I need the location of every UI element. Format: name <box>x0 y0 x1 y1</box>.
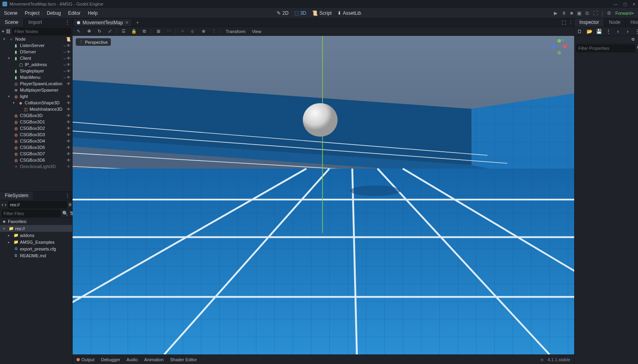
add-scene-icon[interactable]: + <box>133 20 142 25</box>
mode-3d-button[interactable]: ⬚ 3D <box>294 10 306 16</box>
scene-dock-options-icon[interactable]: ⋮ <box>47 18 72 27</box>
filesystem-tree[interactable]: ★ Favorites: ▾📁res://▸📁addons▸📁AMSG_Exam… <box>0 218 72 364</box>
bottom-tab-output[interactable]: Output <box>77 357 95 362</box>
add-node-button[interactable]: + <box>2 28 4 35</box>
fs-options-icon[interactable]: ⋮ <box>63 192 72 200</box>
fs-row[interactable]: ▸📁AMSG_Examples <box>0 239 72 245</box>
rs-icon[interactable]: ⏦ <box>63 63 66 67</box>
tree-row[interactable]: ◍CSGBox3D7👁 <box>0 151 72 157</box>
eye-icon[interactable]: 👁 <box>67 75 71 80</box>
open-resource-icon[interactable]: 📂 <box>586 28 593 35</box>
eye-icon[interactable]: 👁 <box>67 101 71 105</box>
perspective-badge[interactable]: ⋮ Perspective <box>76 38 111 46</box>
fs-view-button[interactable]: ≡ <box>69 201 71 208</box>
movie-icon[interactable]: ⧉ <box>585 10 589 16</box>
bottom-tab-debugger[interactable]: Debugger <box>101 357 120 362</box>
transform-menu[interactable]: Transform <box>224 28 247 35</box>
tree-row[interactable]: ▾◍light👁 <box>0 93 72 100</box>
lock-icon[interactable]: 🔒 <box>130 28 138 35</box>
tree-row[interactable]: ◍CSGBox3D5👁 <box>0 144 72 151</box>
toggle-icon[interactable]: ▾ <box>3 37 7 41</box>
tree-row[interactable]: ◍CSGBox3D2👁 <box>0 125 72 131</box>
env-icon[interactable]: ◐ <box>189 28 197 35</box>
history-forward-icon[interactable]: › <box>624 28 631 35</box>
menu-help[interactable]: Help <box>88 10 98 16</box>
rs-icon[interactable]: ⏦ <box>63 69 66 73</box>
fs-row[interactable]: 🗎README.md <box>0 252 72 259</box>
toggle-icon[interactable]: ▾ <box>3 227 7 231</box>
eye-icon[interactable]: 👁 <box>67 139 71 143</box>
list-select-icon[interactable]: ☰ <box>120 28 127 35</box>
mode-script-button[interactable]: 📜 Script <box>312 10 332 16</box>
make-unique-icon[interactable]: ⧉ <box>629 36 636 43</box>
eye-icon[interactable]: 👁 <box>67 43 71 48</box>
tree-row[interactable]: ☀DirectionalLight3D👁 <box>0 163 72 170</box>
filter-properties-input[interactable] <box>576 45 635 52</box>
mode-2d-button[interactable]: ✎ 2D <box>277 10 288 16</box>
eye-icon[interactable]: 👁 <box>67 82 71 86</box>
rotate-mode-icon[interactable]: ↻ <box>96 28 103 35</box>
bottom-tab-audio[interactable]: Audio <box>126 357 138 362</box>
tree-row[interactable]: ◫MeshInstance3D👁 <box>0 106 72 112</box>
toggle-icon[interactable]: ▸ <box>8 233 12 237</box>
toggle-icon[interactable]: ▾ <box>8 56 12 60</box>
eye-icon[interactable]: 👁 <box>67 56 71 61</box>
inspector-options-icon[interactable]: ⋮ <box>605 28 612 35</box>
rs-icon[interactable]: ⏦ <box>63 43 66 48</box>
stop-icon[interactable]: ■ <box>570 10 573 16</box>
tree-row[interactable]: ◍CSGBox3D6👁 <box>0 157 72 163</box>
new-resource-icon[interactable]: 🗋 <box>576 28 583 35</box>
tree-row[interactable]: ▮ListenServer⏦👁 <box>0 42 72 49</box>
scene-tree[interactable]: ▾○Node📜▮ListenServer⏦👁▮DServer⏦👁▾▮Client… <box>0 36 72 191</box>
eye-icon[interactable]: 👁 <box>67 120 71 124</box>
play-remote-icon[interactable]: ▣ <box>577 10 581 16</box>
tree-row[interactable]: ▾▮Client⏦👁 <box>0 55 72 61</box>
tree-row[interactable]: ◍CSGBox3D4👁 <box>0 138 72 144</box>
rs-icon[interactable]: ⏦ <box>63 50 66 54</box>
fs-forward-button[interactable]: › <box>5 201 6 208</box>
close-tab-icon[interactable]: ✕ <box>125 20 128 25</box>
tree-row[interactable]: ▾◆CollisionShape3D👁 <box>0 100 72 106</box>
scene-tab-movementtestmap[interactable]: MovementTestMap ✕ <box>73 19 132 27</box>
eye-icon[interactable]: 👁 <box>67 158 71 162</box>
select-mode-icon[interactable]: ↖ <box>75 28 82 35</box>
minimize-button[interactable]: — <box>614 2 618 6</box>
eye-icon[interactable]: 👁 <box>67 152 71 156</box>
rs-icon[interactable]: ⏦ <box>63 56 66 61</box>
tab-scene[interactable]: Scene <box>0 18 24 27</box>
eye-icon[interactable]: 👁 <box>67 63 71 67</box>
eye-icon[interactable]: 👁 <box>67 126 71 131</box>
move-mode-icon[interactable]: ✥ <box>85 28 93 35</box>
fs-row[interactable]: ▸📁addons <box>0 232 72 239</box>
fs-back-button[interactable]: ‹ <box>2 201 3 208</box>
fs-row[interactable]: ▾📁res:// <box>0 225 72 232</box>
eye-icon[interactable]: 👁 <box>67 145 71 150</box>
env-options-icon[interactable]: ⋮ <box>210 28 217 35</box>
toggle-icon[interactable]: ▸ <box>8 240 12 244</box>
toggle-icon[interactable]: ▾ <box>13 101 17 105</box>
view-menu[interactable]: View <box>250 28 263 35</box>
tree-row[interactable]: ▮Singleplayer⏦👁 <box>0 68 72 74</box>
tree-row[interactable]: ◍CSGBox3D3👁 <box>0 131 72 138</box>
filter-files-input[interactable] <box>2 210 61 217</box>
bottom-tab-shader-editor[interactable]: Shader Editor <box>170 357 197 362</box>
fs-path-input[interactable] <box>8 201 67 208</box>
tree-row[interactable]: ◎PlayerSpawnLocation👁 <box>0 80 72 87</box>
group-icon[interactable]: ⧉ <box>141 28 148 35</box>
sc-icon[interactable]: 📜 <box>66 37 71 41</box>
eye-icon[interactable]: 👁 <box>67 94 71 99</box>
snap-icon[interactable]: ⊞ <box>155 28 162 35</box>
menu-debug[interactable]: Debug <box>47 10 61 16</box>
menu-editor[interactable]: Editor <box>68 10 81 16</box>
eye-icon[interactable]: 👁 <box>67 107 71 112</box>
save-resource-icon[interactable]: 💾 <box>595 28 603 35</box>
render-mode-icon[interactable]: ⚙ <box>607 10 611 16</box>
axis-gizmo[interactable]: y x z <box>551 39 567 55</box>
tree-row[interactable]: ◍CSGBox3D1👁 <box>0 119 72 125</box>
render-mode-label[interactable]: Forward+ <box>615 11 634 16</box>
rs-icon[interactable]: ⏦ <box>63 75 66 80</box>
toggle-icon[interactable]: ▾ <box>8 94 12 98</box>
maximize-button[interactable]: ▢ <box>623 2 627 6</box>
add-env-icon[interactable]: ⊕ <box>200 28 207 35</box>
tree-row[interactable]: ▮DServer⏦👁 <box>0 49 72 55</box>
